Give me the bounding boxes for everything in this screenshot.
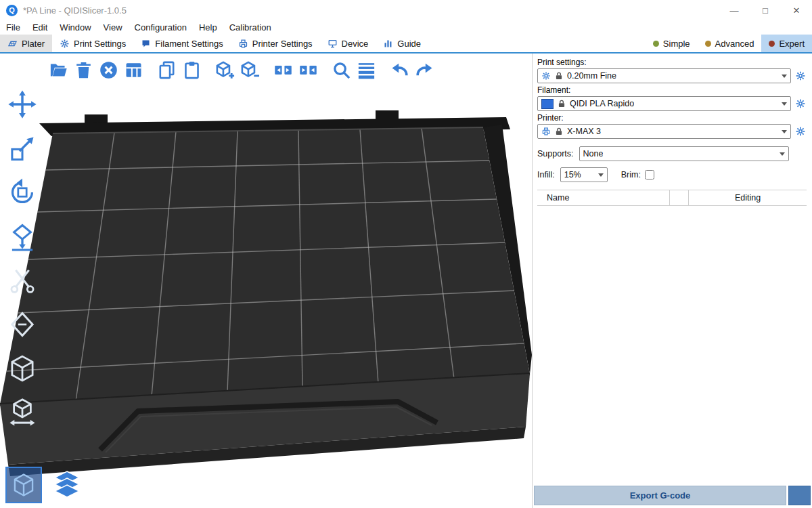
column-editing[interactable]: Editing [689, 190, 807, 205]
remove-instance-button[interactable] [238, 58, 263, 83]
measure-tool-button[interactable] [7, 353, 38, 384]
gear-icon [541, 71, 551, 81]
tab-guide-label: Guide [397, 39, 421, 49]
mode-simple[interactable]: Simple [646, 35, 698, 52]
chevron-down-icon [598, 173, 604, 177]
menu-edit[interactable]: Edit [26, 20, 53, 35]
delete-all-button[interactable] [96, 58, 121, 83]
printer-value: X-MAX 3 [567, 127, 601, 136]
open-button[interactable] [46, 58, 71, 83]
rotate-tool-button[interactable] [7, 177, 38, 208]
tab-device[interactable]: Device [320, 35, 376, 52]
open-folder-icon [48, 60, 69, 81]
monitor-icon [328, 39, 338, 49]
redo-button[interactable] [412, 58, 437, 83]
printer-icon [541, 127, 551, 136]
print-settings-combo[interactable]: 0.20mm Fine [537, 68, 791, 83]
app-logo-icon: Q [6, 5, 18, 16]
object-list-body[interactable] [537, 206, 807, 482]
print-bed [0, 54, 532, 508]
mode-advanced[interactable]: Advanced [698, 35, 762, 52]
tab-printer-settings[interactable]: Printer Settings [231, 35, 320, 52]
gear-icon [60, 39, 70, 49]
supports-label: Supports: [537, 149, 574, 158]
add-instance-button[interactable] [212, 58, 238, 83]
filament-icon [141, 39, 151, 49]
brim-checkbox[interactable] [645, 170, 654, 179]
search-icon [331, 60, 352, 81]
printer-edit-button[interactable] [794, 125, 807, 138]
chevron-down-icon [782, 75, 787, 78]
export-options-button[interactable] [788, 486, 811, 505]
undo-button[interactable] [387, 58, 412, 83]
variable-layer-height-button[interactable] [354, 58, 379, 83]
menu-file[interactable]: File [0, 20, 26, 35]
scissors-icon [7, 266, 37, 295]
object-list: Name Editing [537, 190, 807, 481]
paste-button[interactable] [179, 58, 204, 83]
copy-button[interactable] [154, 58, 179, 83]
column-name[interactable]: Name [537, 190, 670, 205]
assembly-icon [7, 398, 37, 427]
redo-arrow-icon [414, 60, 435, 81]
menu-calibration[interactable]: Calibration [223, 20, 277, 35]
scale-tool-button[interactable] [7, 133, 38, 164]
export-gcode-button[interactable]: Export G-code [534, 486, 786, 505]
printer-combo[interactable]: X-MAX 3 [537, 124, 791, 139]
tab-print-settings[interactable]: Print Settings [52, 35, 133, 52]
supports-combo[interactable]: None [579, 146, 789, 161]
cut-tool-button[interactable] [7, 265, 38, 296]
maximize-button[interactable]: □ [750, 0, 781, 20]
3d-viewport[interactable] [0, 54, 532, 508]
layer-height-icon [356, 60, 377, 81]
lock-icon [554, 127, 564, 136]
advanced-mode-dot-icon [705, 41, 711, 47]
column-extruder[interactable] [670, 190, 689, 205]
tab-plater[interactable]: Plater [0, 35, 52, 52]
filament-edit-button[interactable] [794, 97, 807, 110]
print-settings-edit-button[interactable] [794, 69, 807, 83]
lock-icon [557, 99, 566, 108]
menu-help[interactable]: Help [193, 20, 223, 35]
split-parts-icon [298, 60, 319, 81]
gear-icon [795, 98, 806, 109]
printer-label: Printer: [537, 113, 807, 123]
print-settings-value: 0.20mm Fine [567, 71, 616, 81]
menu-configuration[interactable]: Configuration [129, 20, 193, 35]
move-icon [7, 89, 37, 119]
arrange-button[interactable] [121, 58, 146, 83]
tab-printer-settings-label: Printer Settings [252, 39, 313, 49]
printer-icon [238, 39, 248, 49]
menu-view[interactable]: View [97, 20, 129, 35]
chevron-down-icon [782, 130, 787, 133]
editor-view-button[interactable] [5, 467, 42, 503]
close-button[interactable]: ✕ [781, 0, 812, 20]
object-list-header: Name Editing [537, 190, 807, 206]
menu-window[interactable]: Window [53, 20, 97, 35]
copy-icon [156, 60, 177, 81]
infill-value: 15% [564, 170, 581, 179]
tab-filament-settings[interactable]: Filament Settings [133, 35, 230, 52]
preview-view-button[interactable] [49, 467, 85, 503]
filament-combo[interactable]: QIDI PLA Rapido [537, 96, 791, 111]
print-settings-label: Print settings: [537, 58, 807, 67]
move-tool-button[interactable] [7, 89, 38, 120]
place-on-face-icon [7, 221, 37, 251]
seam-tool-button[interactable] [7, 309, 38, 340]
title-bar: Q *PA Line - QIDISlicer-1.0.5 — □ ✕ [0, 0, 812, 20]
gear-icon [795, 70, 806, 81]
filament-color-swatch [541, 99, 554, 109]
search-button[interactable] [329, 58, 354, 83]
trash-icon [73, 60, 94, 81]
window-controls: — □ ✕ [719, 0, 812, 20]
flatten-tool-button[interactable] [7, 221, 38, 252]
window-title: *PA Line - QIDISlicer-1.0.5 [23, 5, 127, 16]
mode-expert[interactable]: Expert [761, 35, 812, 52]
assembly-tool-button[interactable] [7, 397, 38, 428]
split-parts-button[interactable] [296, 58, 321, 83]
delete-button[interactable] [71, 58, 96, 83]
infill-combo[interactable]: 15% [560, 167, 608, 182]
split-objects-button[interactable] [271, 58, 296, 83]
minimize-button[interactable]: — [719, 0, 750, 20]
tab-guide[interactable]: Guide [376, 35, 428, 52]
